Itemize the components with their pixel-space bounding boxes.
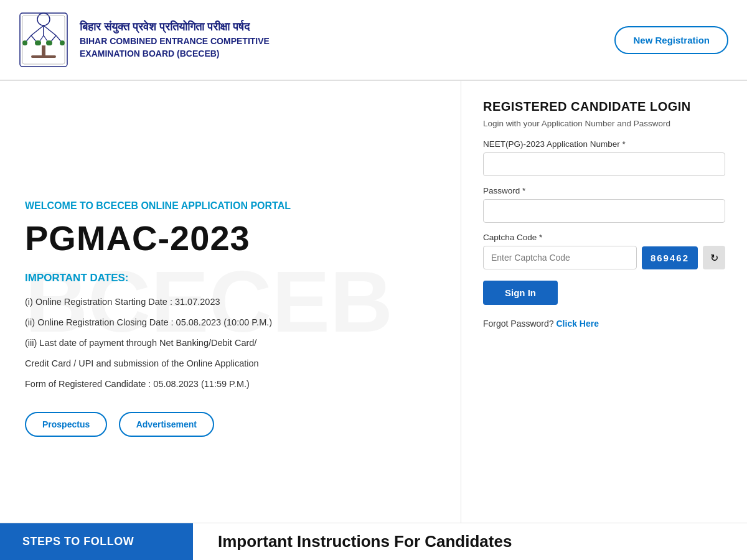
- welcome-text: WELCOME TO BCECEB ONLINE APPLICATION POR…: [25, 200, 436, 212]
- steps-to-follow-button[interactable]: STEPS TO FOLLOW: [0, 523, 193, 560]
- login-panel: REGISTERED CANDIDATE LOGIN Login with yo…: [461, 81, 747, 523]
- svg-point-0: [37, 13, 50, 26]
- captcha-code-display: 869462: [642, 246, 698, 269]
- password-label: Password *: [483, 186, 725, 195]
- forgot-password-row: Forgot Password? Click Here: [483, 319, 725, 329]
- new-registration-button[interactable]: New Registration: [614, 26, 728, 54]
- header: बिहार संयुक्त प्रवेश प्रतियोगिता परीक्षा…: [0, 0, 747, 81]
- password-input[interactable]: [483, 199, 725, 223]
- list-item: Credit Card / UPI and submission of the …: [25, 355, 436, 373]
- svg-line-2: [44, 26, 56, 35]
- bottom-bar: STEPS TO FOLLOW Important Instructions F…: [0, 523, 747, 560]
- forgot-password-text: Forgot Password?: [483, 319, 554, 329]
- list-item: (ii) Online Registration Closing Date : …: [25, 314, 436, 332]
- list-item: Form of Registered Candidate : 05.08.202…: [25, 375, 436, 393]
- svg-line-1: [31, 26, 44, 35]
- left-panel: BCECEB WELCOME TO BCECEB ONLINE APPLICAT…: [0, 81, 461, 523]
- refresh-icon: ↻: [710, 252, 718, 264]
- login-title: REGISTERED CANDIDATE LOGIN: [483, 100, 725, 114]
- org-english-text: BIHAR COMBINED ENTRANCE COMPETITIVE EXAM…: [80, 35, 270, 60]
- advertisement-button[interactable]: Advertisement: [119, 412, 214, 437]
- svg-point-14: [47, 40, 52, 45]
- header-left: बिहार संयुक्त प्रवेश प्रतियोगिता परीक्षा…: [19, 12, 270, 68]
- forgot-password-link[interactable]: Click Here: [557, 319, 599, 329]
- action-buttons: Prospectus Advertisement: [25, 412, 436, 437]
- captcha-row: 869462 ↻: [483, 246, 725, 269]
- pgmac-title: PGMAC-2023: [25, 218, 436, 258]
- app-number-label: NEET(PG)-2023 Application Number *: [483, 139, 725, 149]
- svg-rect-17: [31, 55, 56, 58]
- svg-rect-16: [42, 45, 45, 57]
- org-hindi-text: बिहार संयुक्त प्रवेश प्रतियोगिता परीक्षा…: [80, 20, 270, 34]
- list-item: (iii) Last date of payment through Net B…: [25, 334, 436, 352]
- list-item: (i) Online Registration Starting Date : …: [25, 293, 436, 311]
- logo: [19, 12, 68, 68]
- instructions-title: Important Instructions For Candidates: [193, 523, 747, 560]
- org-info: बिहार संयुक्त प्रवेश प्रतियोगिता परीक्षा…: [80, 20, 270, 60]
- refresh-captcha-button[interactable]: ↻: [703, 246, 725, 269]
- dates-list: (i) Online Registration Starting Date : …: [25, 293, 436, 393]
- svg-point-15: [60, 40, 65, 45]
- login-subtitle: Login with your Application Number and P…: [483, 119, 725, 128]
- captcha-input[interactable]: [483, 246, 637, 269]
- important-dates-heading: IMPORTANT DATES:: [25, 272, 436, 284]
- app-number-input[interactable]: [483, 152, 725, 176]
- main-content: BCECEB WELCOME TO BCECEB ONLINE APPLICAT…: [0, 81, 747, 523]
- captcha-label: Captcha Code *: [483, 233, 725, 242]
- svg-point-12: [36, 40, 41, 45]
- sign-in-button[interactable]: Sign In: [483, 281, 558, 305]
- prospectus-button[interactable]: Prospectus: [25, 412, 107, 437]
- svg-point-10: [22, 40, 27, 45]
